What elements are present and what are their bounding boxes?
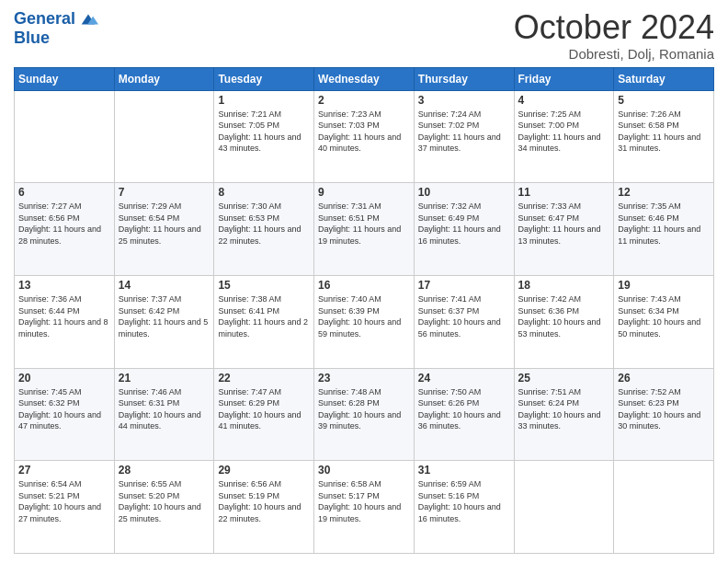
calendar-table: SundayMondayTuesdayWednesdayThursdayFrid… <box>14 67 714 554</box>
day-number: 16 <box>318 279 410 292</box>
day-number: 19 <box>618 279 710 292</box>
calendar-cell: 16Sunrise: 7:40 AMSunset: 6:39 PMDayligh… <box>314 275 415 368</box>
calendar-cell: 4Sunrise: 7:25 AMSunset: 7:00 PMDaylight… <box>514 90 614 183</box>
calendar-cell: 8Sunrise: 7:30 AMSunset: 6:53 PMDaylight… <box>214 183 314 276</box>
day-detail: Sunrise: 6:59 AMSunset: 5:16 PMDaylight:… <box>418 478 510 524</box>
day-detail: Sunrise: 7:23 AMSunset: 7:03 PMDaylight:… <box>318 109 410 155</box>
calendar-cell: 29Sunrise: 6:56 AMSunset: 5:19 PMDayligh… <box>214 461 314 554</box>
day-detail: Sunrise: 7:48 AMSunset: 6:28 PMDaylight:… <box>318 386 410 432</box>
calendar-cell: 1Sunrise: 7:21 AMSunset: 7:05 PMDaylight… <box>214 90 314 183</box>
day-number: 13 <box>18 279 110 292</box>
day-number: 7 <box>119 186 210 199</box>
day-number: 11 <box>518 186 610 199</box>
weekday-header-wednesday: Wednesday <box>314 67 415 90</box>
day-number: 1 <box>218 94 310 107</box>
location-subtitle: Dobresti, Dolj, Romania <box>514 46 714 62</box>
day-detail: Sunrise: 7:38 AMSunset: 6:41 PMDaylight:… <box>218 293 310 339</box>
day-detail: Sunrise: 7:42 AMSunset: 6:36 PMDaylight:… <box>518 293 610 339</box>
day-detail: Sunrise: 6:56 AMSunset: 5:19 PMDaylight:… <box>218 478 310 524</box>
calendar-cell: 18Sunrise: 7:42 AMSunset: 6:36 PMDayligh… <box>514 275 614 368</box>
day-number: 3 <box>418 94 510 107</box>
calendar-cell: 13Sunrise: 7:36 AMSunset: 6:44 PMDayligh… <box>15 275 115 368</box>
logo-text2: Blue <box>14 29 50 48</box>
week-row-3: 13Sunrise: 7:36 AMSunset: 6:44 PMDayligh… <box>15 275 714 368</box>
day-detail: Sunrise: 7:33 AMSunset: 6:47 PMDaylight:… <box>518 201 610 247</box>
month-title: October 2024 <box>514 9 714 46</box>
calendar-cell: 20Sunrise: 7:45 AMSunset: 6:32 PMDayligh… <box>15 368 115 461</box>
day-detail: Sunrise: 7:31 AMSunset: 6:51 PMDaylight:… <box>318 201 410 247</box>
calendar-cell: 21Sunrise: 7:46 AMSunset: 6:31 PMDayligh… <box>114 368 214 461</box>
week-row-1: 1Sunrise: 7:21 AMSunset: 7:05 PMDaylight… <box>15 90 714 183</box>
day-detail: Sunrise: 7:37 AMSunset: 6:42 PMDaylight:… <box>119 293 210 339</box>
calendar-cell: 28Sunrise: 6:55 AMSunset: 5:20 PMDayligh… <box>114 461 214 554</box>
day-number: 15 <box>218 279 310 292</box>
logo-icon <box>78 9 98 29</box>
day-number: 12 <box>618 186 710 199</box>
day-number: 17 <box>418 279 510 292</box>
day-number: 27 <box>18 464 110 477</box>
day-number: 22 <box>218 372 310 385</box>
day-detail: Sunrise: 7:46 AMSunset: 6:31 PMDaylight:… <box>119 386 210 432</box>
day-detail: Sunrise: 7:29 AMSunset: 6:54 PMDaylight:… <box>119 201 210 247</box>
weekday-header-sunday: Sunday <box>15 67 115 90</box>
day-number: 21 <box>119 372 210 385</box>
calendar-cell: 12Sunrise: 7:35 AMSunset: 6:46 PMDayligh… <box>614 183 714 276</box>
day-detail: Sunrise: 7:26 AMSunset: 6:58 PMDaylight:… <box>618 109 710 155</box>
day-detail: Sunrise: 7:30 AMSunset: 6:53 PMDaylight:… <box>218 201 310 247</box>
day-number: 20 <box>18 372 110 385</box>
calendar-cell: 11Sunrise: 7:33 AMSunset: 6:47 PMDayligh… <box>514 183 614 276</box>
day-detail: Sunrise: 7:25 AMSunset: 7:00 PMDaylight:… <box>518 109 610 155</box>
day-number: 28 <box>119 464 210 477</box>
day-detail: Sunrise: 6:54 AMSunset: 5:21 PMDaylight:… <box>18 478 110 524</box>
calendar-cell: 25Sunrise: 7:51 AMSunset: 6:24 PMDayligh… <box>514 368 614 461</box>
calendar-cell <box>15 90 115 183</box>
day-number: 18 <box>518 279 610 292</box>
day-detail: Sunrise: 7:35 AMSunset: 6:46 PMDaylight:… <box>618 201 710 247</box>
calendar-cell: 22Sunrise: 7:47 AMSunset: 6:29 PMDayligh… <box>214 368 314 461</box>
week-row-2: 6Sunrise: 7:27 AMSunset: 6:56 PMDaylight… <box>15 183 714 276</box>
day-detail: Sunrise: 7:47 AMSunset: 6:29 PMDaylight:… <box>218 386 310 432</box>
day-number: 23 <box>318 372 410 385</box>
day-detail: Sunrise: 7:21 AMSunset: 7:05 PMDaylight:… <box>218 109 310 155</box>
day-detail: Sunrise: 7:24 AMSunset: 7:02 PMDaylight:… <box>418 109 510 155</box>
day-number: 6 <box>18 186 110 199</box>
calendar-cell: 3Sunrise: 7:24 AMSunset: 7:02 PMDaylight… <box>414 90 514 183</box>
day-detail: Sunrise: 6:55 AMSunset: 5:20 PMDaylight:… <box>119 478 210 524</box>
weekday-header-friday: Friday <box>514 67 614 90</box>
day-number: 29 <box>218 464 310 477</box>
calendar-cell: 5Sunrise: 7:26 AMSunset: 6:58 PMDaylight… <box>614 90 714 183</box>
calendar-cell <box>114 90 214 183</box>
day-number: 24 <box>418 372 510 385</box>
weekday-header-thursday: Thursday <box>414 67 514 90</box>
day-detail: Sunrise: 7:32 AMSunset: 6:49 PMDaylight:… <box>418 201 510 247</box>
calendar-cell: 2Sunrise: 7:23 AMSunset: 7:03 PMDaylight… <box>314 90 415 183</box>
calendar-cell: 17Sunrise: 7:41 AMSunset: 6:37 PMDayligh… <box>414 275 514 368</box>
calendar-cell <box>514 461 614 554</box>
logo: General Blue <box>14 9 98 48</box>
day-detail: Sunrise: 7:40 AMSunset: 6:39 PMDaylight:… <box>318 293 410 339</box>
calendar-cell <box>614 461 714 554</box>
day-detail: Sunrise: 7:50 AMSunset: 6:26 PMDaylight:… <box>418 386 510 432</box>
header: General Blue October 2024 Dobresti, Dolj… <box>14 9 714 62</box>
calendar-cell: 19Sunrise: 7:43 AMSunset: 6:34 PMDayligh… <box>614 275 714 368</box>
title-block: October 2024 Dobresti, Dolj, Romania <box>514 9 714 62</box>
day-detail: Sunrise: 7:52 AMSunset: 6:23 PMDaylight:… <box>618 386 710 432</box>
day-detail: Sunrise: 7:43 AMSunset: 6:34 PMDaylight:… <box>618 293 710 339</box>
day-detail: Sunrise: 7:36 AMSunset: 6:44 PMDaylight:… <box>18 293 110 339</box>
day-detail: Sunrise: 7:27 AMSunset: 6:56 PMDaylight:… <box>18 201 110 247</box>
week-row-5: 27Sunrise: 6:54 AMSunset: 5:21 PMDayligh… <box>15 461 714 554</box>
calendar-cell: 9Sunrise: 7:31 AMSunset: 6:51 PMDaylight… <box>314 183 415 276</box>
day-number: 26 <box>618 372 710 385</box>
day-number: 4 <box>518 94 610 107</box>
day-detail: Sunrise: 6:58 AMSunset: 5:17 PMDaylight:… <box>318 478 410 524</box>
day-detail: Sunrise: 7:51 AMSunset: 6:24 PMDaylight:… <box>518 386 610 432</box>
calendar-cell: 6Sunrise: 7:27 AMSunset: 6:56 PMDaylight… <box>15 183 115 276</box>
weekday-header-monday: Monday <box>114 67 214 90</box>
day-number: 2 <box>318 94 410 107</box>
weekday-header-row: SundayMondayTuesdayWednesdayThursdayFrid… <box>15 67 714 90</box>
day-number: 8 <box>218 186 310 199</box>
calendar-cell: 15Sunrise: 7:38 AMSunset: 6:41 PMDayligh… <box>214 275 314 368</box>
calendar-cell: 10Sunrise: 7:32 AMSunset: 6:49 PMDayligh… <box>414 183 514 276</box>
calendar-cell: 30Sunrise: 6:58 AMSunset: 5:17 PMDayligh… <box>314 461 415 554</box>
day-number: 10 <box>418 186 510 199</box>
